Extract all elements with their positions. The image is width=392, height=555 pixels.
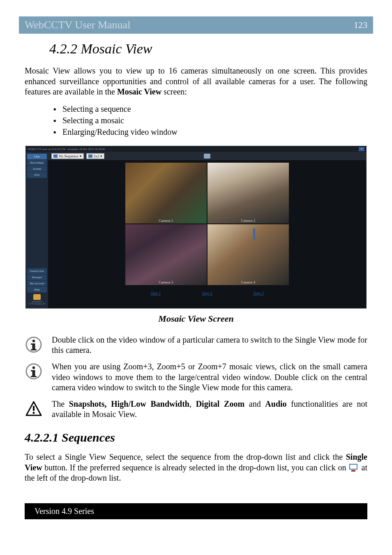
monitor-icon xyxy=(53,154,58,158)
camera-tile-1[interactable]: Camera 1 xyxy=(125,163,207,223)
camera-tile-3[interactable]: Camera 3 xyxy=(125,224,207,285)
info-text-1: Double click on the video window of a pa… xyxy=(52,335,367,356)
mosaic-grid: Camera 1 Camera 2 Camera 3 Camera 4 xyxy=(125,163,289,285)
sidebar-item-live[interactable]: Live xyxy=(27,154,47,159)
warning-note: The Snapshots, High/Low Bandwidth, Digit… xyxy=(25,399,367,420)
sidebar: Live Recordings Alarms POS Switch User M… xyxy=(26,152,48,308)
sidebar-item-manager[interactable]: Manager xyxy=(27,274,47,280)
header-page-number: 123 xyxy=(354,20,367,30)
sequence-dropdown[interactable]: No Sequence▾ xyxy=(51,153,84,159)
section-title: Mosaic View xyxy=(81,41,152,56)
mosaic-screenshot: WEBCCTV user on 10.0.10.178 – вторник, 2… xyxy=(25,146,367,309)
version-text: Version 4.9 Series xyxy=(35,507,94,516)
sequences-paragraph: To select a Single View Sequence, select… xyxy=(25,452,367,484)
sidebar-item-my-account[interactable]: My Account xyxy=(27,281,47,286)
close-icon[interactable]: × xyxy=(359,147,364,151)
intro-paragraph: Mosaic View allows you to view up to 16 … xyxy=(25,66,367,97)
single-view-icon xyxy=(348,463,359,472)
sidebar-item-help[interactable]: Help xyxy=(27,287,47,292)
panel-handle-right[interactable] xyxy=(253,228,255,240)
svg-point-12 xyxy=(33,412,35,414)
step-link-1[interactable]: Step 1 xyxy=(150,291,161,295)
sidebar-item-recordings[interactable]: Recordings xyxy=(27,160,47,166)
sidebar-item-pos[interactable]: POS xyxy=(27,172,47,178)
status-text: WEBCCTV user on 10.0.10.178 – вторник, 2… xyxy=(28,147,105,151)
subsection-number: 4.2.2.1 xyxy=(25,431,59,444)
info-note-1: Double click on the video window of a pa… xyxy=(25,335,367,356)
logo-area: QUADROX © 2012 Quadrox NV xyxy=(26,292,48,306)
svg-rect-9 xyxy=(31,370,34,371)
section-number: 4.2.2 xyxy=(49,41,77,56)
feature-item: Selecting a sequence xyxy=(53,103,367,115)
subsection-heading: 4.2.2.1 Sequences xyxy=(25,431,367,444)
info-text-2: When you are using Zoom+3, Zoom+5 or Zoo… xyxy=(52,362,367,393)
figure-caption: Mosaic View Screen xyxy=(25,313,367,324)
feature-item: Selecting a mosaic xyxy=(53,115,367,126)
info-note-2: When you are using Zoom+3, Zoom+5 or Zoo… xyxy=(25,362,367,393)
svg-point-1 xyxy=(32,340,35,342)
svg-rect-3 xyxy=(31,349,37,350)
page-footer: Version 4.9 Series xyxy=(25,503,367,519)
camera-tile-4[interactable]: Camera 4 xyxy=(208,224,289,285)
camera-tile-2[interactable]: Camera 2 xyxy=(208,163,289,223)
window-titlebar: WEBCCTV user on 10.0.10.178 – вторник, 2… xyxy=(26,146,366,152)
svg-point-6 xyxy=(32,366,35,369)
warning-text: The Snapshots, High/Low Bandwidth, Digit… xyxy=(52,399,367,420)
sidebar-item-alarms[interactable]: Alarms xyxy=(27,166,47,172)
section-heading: 4.2.2 Mosaic View xyxy=(49,41,367,57)
toolbar: No Sequence▾ 2x2▾ xyxy=(48,152,366,160)
feature-item: Enlarging/Reducing video window xyxy=(53,126,367,138)
info-icon xyxy=(25,335,43,353)
sidebar-item-switch-user[interactable]: Switch User xyxy=(27,268,47,274)
quadrox-logo-icon xyxy=(33,294,41,300)
svg-rect-11 xyxy=(33,406,35,411)
fullscreen-icon[interactable] xyxy=(204,154,210,159)
feature-list: Selecting a sequence Selecting a mosaic … xyxy=(53,103,367,138)
grid-icon xyxy=(88,154,92,158)
page-header: WebCCTV User Manual 123 xyxy=(19,16,373,34)
warning-icon xyxy=(25,399,43,417)
subsection-title: Sequences xyxy=(62,431,115,444)
svg-rect-4 xyxy=(31,343,34,345)
copyright-text: © 2012 Quadrox NV xyxy=(27,303,47,305)
info-icon xyxy=(25,362,43,380)
mosaic-dropdown[interactable]: 2x2▾ xyxy=(86,153,105,159)
step-link-2[interactable]: Step 2 xyxy=(202,291,212,295)
step-links: Step 1 Step 2 Step 3 xyxy=(150,291,264,295)
step-link-3[interactable]: Step 3 xyxy=(254,291,264,295)
header-title: WebCCTV User Manual xyxy=(25,19,130,31)
main-area: Camera 1 Camera 2 Camera 3 Camera 4 Step… xyxy=(48,160,366,308)
svg-rect-8 xyxy=(31,376,37,377)
